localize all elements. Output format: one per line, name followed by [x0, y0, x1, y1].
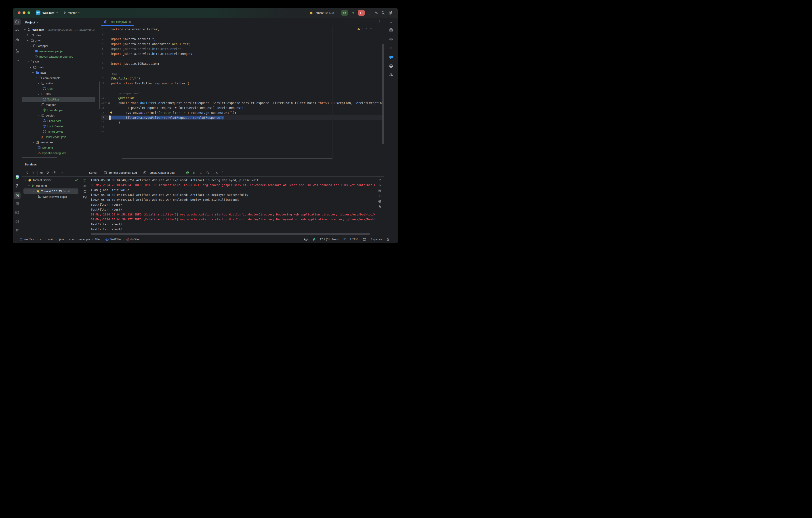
breadcrumb-item-java[interactable]: java	[59, 238, 64, 241]
tree-row-helloservlet-java[interactable]: HelloServlet.java	[22, 134, 101, 140]
services-row-webtest-war-explo[interactable]: WebTest:war explo	[22, 194, 80, 200]
chat-tool-button[interactable]	[384, 55, 398, 59]
tree-row-com-example[interactable]: com.example	[22, 75, 101, 81]
tree-row-resources[interactable]: resources	[22, 140, 101, 145]
code-line-5[interactable]: 5import jakarta.servlet.http.HttpServlet…	[101, 47, 384, 51]
code-line-10[interactable]: 10@WebFilter("/*")	[101, 76, 384, 81]
tree-row-mybatis-config-xml[interactable]: </>mybatis-config.xml	[22, 150, 101, 156]
expand-all-icon[interactable]	[26, 171, 29, 174]
indent-setting[interactable]: 4 spaces	[371, 238, 382, 241]
chevron-expanded-icon[interactable]	[29, 66, 32, 69]
tree-row-wrapper[interactable]: wrapper	[22, 43, 101, 49]
ai-robot-status-icon[interactable]	[362, 237, 367, 241]
chevron-expanded-icon[interactable]	[27, 184, 30, 187]
tree-row-mapper[interactable]: mapper	[22, 102, 101, 108]
code-line-6[interactable]: 6import jakarta.servlet.http.HttpServlet…	[101, 51, 384, 56]
redeploy-icon[interactable]	[206, 171, 210, 175]
add-user-icon[interactable]	[374, 11, 378, 15]
project-vertical-scrollbar[interactable]	[99, 82, 100, 109]
file-encoding[interactable]: UTF-8	[350, 238, 358, 241]
code-with-me-tool-button[interactable]	[384, 73, 398, 77]
tree-row-loginservlet[interactable]: CLoginServlet	[22, 123, 101, 129]
code-line-18[interactable]: 18 }	[101, 120, 384, 125]
implements-icon[interactable]	[105, 101, 108, 104]
tab-testfilter-java[interactable]: C TestFilter.java ✕	[101, 18, 134, 26]
code-line-2[interactable]: 2	[101, 32, 384, 37]
code-line-20[interactable]: 20	[101, 130, 384, 135]
code-line-1[interactable]: 1package com.example.filter;	[101, 27, 384, 32]
code-line-9[interactable]: 9	[101, 66, 384, 71]
chevron-expanded-icon[interactable]	[31, 141, 35, 144]
chevron-expanded-icon[interactable]	[26, 61, 29, 63]
tree-row-filter[interactable]: filter	[22, 91, 101, 97]
chevron-expanded-icon[interactable]	[34, 77, 37, 80]
soft-wrap-icon[interactable]	[378, 189, 381, 192]
ai-assistant-tool-button[interactable]	[384, 37, 398, 41]
next-problem-icon[interactable]	[370, 27, 373, 30]
tree-row--idea[interactable]: .idea	[22, 32, 101, 38]
close-tab-icon[interactable]: ✕	[129, 20, 131, 24]
branch-selector[interactable]: master	[63, 11, 81, 14]
code-line-11[interactable]: 11public class TestFilter implements Fil…	[101, 81, 384, 86]
show-options-eye-icon[interactable]	[40, 171, 44, 175]
build-tool-button[interactable]	[13, 184, 22, 188]
tree-row-servlet[interactable]: servlet	[22, 113, 101, 118]
code-line-12[interactable]: 12	[101, 86, 384, 91]
maximize-window-button[interactable]	[28, 11, 30, 14]
print-icon[interactable]	[378, 200, 381, 203]
breadcrumb-item-src[interactable]: src	[39, 238, 44, 241]
debug-rerun-icon[interactable]	[193, 171, 196, 175]
stop-button[interactable]	[358, 10, 365, 16]
tree-row-icon-png[interactable]: icon.png	[22, 145, 101, 150]
prev-problem-icon[interactable]	[365, 27, 368, 30]
tree-row-usermapper[interactable]: IUserMapper	[22, 108, 101, 113]
services-row-tomcat-10-1-23[interactable]: Tomcat 10.1.23[local]	[24, 188, 79, 194]
git-tool-button[interactable]	[13, 228, 22, 232]
breadcrumb-item-main[interactable]: main	[48, 238, 54, 241]
rerun-button[interactable]	[341, 10, 348, 16]
code-line-3[interactable]: 3import jakarta.servlet.*;	[101, 37, 384, 41]
code-editor[interactable]: 1package com.example.filter;23import jak…	[101, 26, 384, 160]
tree-row-user[interactable]: CUser	[22, 86, 101, 91]
editor-vertical-scrollbar[interactable]	[382, 44, 384, 144]
scroll-to-end-icon[interactable]	[378, 194, 381, 197]
services-row-tomcat-server[interactable]: Tomcat Server	[22, 177, 80, 183]
chevron-expanded-icon[interactable]	[37, 82, 40, 85]
stop-server-icon[interactable]	[199, 171, 203, 175]
more-actions-icon[interactable]: ⋮	[368, 11, 371, 14]
services-more-icon[interactable]: ⋮	[221, 171, 224, 174]
unlock-icon[interactable]	[386, 238, 389, 241]
chevron-expanded-icon[interactable]	[24, 179, 27, 182]
openai-tool-button[interactable]	[384, 64, 398, 68]
server-console[interactable]: [2024-05-08 08:04:48,625] Artifact WebTe…	[89, 176, 375, 235]
tree-row-main[interactable]: main	[22, 64, 101, 70]
editor-horizontal-scrollbar[interactable]	[122, 158, 332, 159]
rerun-server-icon[interactable]	[186, 171, 189, 175]
code-line-8[interactable]: 8import java.io.IOException;	[101, 61, 384, 66]
chevron-expanded-icon[interactable]	[31, 71, 35, 74]
code-line-13[interactable]: 13 @Override	[101, 96, 384, 100]
code-line-7[interactable]: 7	[101, 56, 384, 61]
scroll-up-icon[interactable]	[378, 178, 381, 182]
tree-row-fileservlet[interactable]: CFileServlet	[22, 118, 101, 123]
tree-row-src[interactable]: src	[22, 59, 101, 64]
tree-row-maven-wrapper-properties[interactable]: maven-wrapper.properties	[22, 54, 101, 59]
code-line-19[interactable]: 19	[101, 125, 384, 130]
refresh-deployment-icon[interactable]	[83, 190, 87, 193]
collapse-all-icon[interactable]	[32, 171, 35, 174]
tree-row-maven-wrapper-jar[interactable]: maven-wrapper.jar	[22, 49, 101, 54]
tree-row--mvn[interactable]: .mvn	[22, 38, 101, 43]
tree-row-webtest[interactable]: WebTest~/Desktop/CS/JavaEE/1 JavaWeb/Co	[22, 27, 101, 32]
more-tools-button[interactable]	[13, 58, 22, 62]
code-line-17[interactable]: 17 filterChain.doFilter(servletRequest, …	[101, 115, 384, 120]
chevron-expanded-icon[interactable]	[37, 93, 40, 96]
project-selector[interactable]: WebTest	[42, 11, 58, 14]
openai-status-icon[interactable]	[304, 237, 308, 241]
chevron-collapsed-icon[interactable]	[26, 34, 29, 37]
notifications-bell-icon[interactable]	[384, 19, 398, 23]
breadcrumb-item-testfilter[interactable]: CTestFilter	[105, 238, 121, 241]
deploy-all-icon[interactable]	[83, 179, 87, 182]
breadcrumb-item-dofilter[interactable]: mdoFilter	[126, 238, 140, 241]
filter-icon[interactable]	[46, 171, 50, 175]
minimize-window-button[interactable]	[23, 11, 26, 14]
